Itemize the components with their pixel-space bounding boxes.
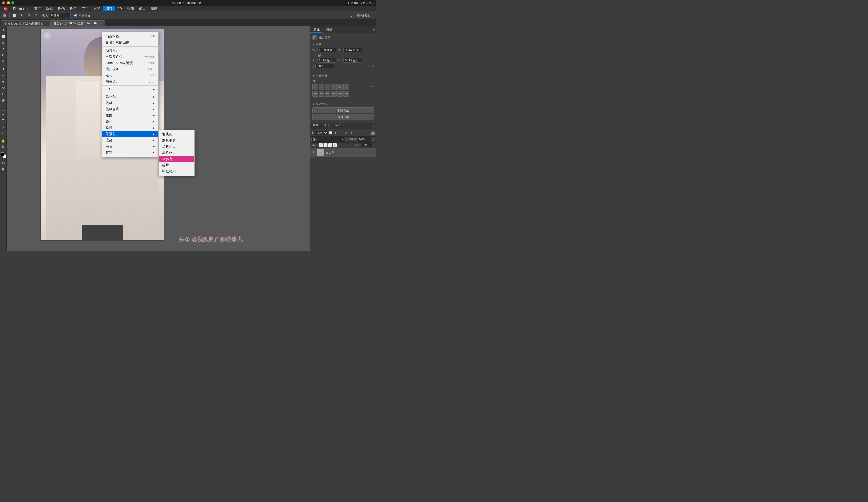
tool-history[interactable]: ⟲ — [1, 85, 6, 91]
tool-zoom[interactable]: 🔍 — [1, 144, 6, 150]
filter-item-adaptive[interactable]: 自适应广角... ⌥⇧⌘A — [102, 54, 158, 60]
tool-text[interactable]: T — [1, 118, 6, 123]
filter-item-library[interactable]: 滤镜库... — [102, 48, 158, 54]
filter-item-noise[interactable]: 杂色 — [102, 143, 158, 149]
pixelate-submenu[interactable]: 彩块化 彩色半调... 点状化... 晶格化... 马赛克... — [158, 130, 195, 176]
lock-pixel-btn[interactable]: ⬚ — [319, 143, 323, 147]
filter-item-video[interactable]: 视频 — [102, 125, 158, 131]
maximize-button[interactable] — [11, 1, 14, 4]
tool-clone[interactable]: ⊕ — [1, 79, 6, 84]
tool-artboard[interactable]: ⊞ — [1, 167, 6, 172]
menu-image[interactable]: 图像 — [55, 6, 68, 11]
y-input[interactable] — [343, 58, 362, 63]
angle-input[interactable] — [316, 64, 334, 69]
layer-item-0[interactable]: 👁 图层 0 — [310, 148, 376, 157]
tool-brush[interactable]: ✏ — [1, 73, 6, 78]
layers-filter-select[interactable]: 类型 — [315, 131, 328, 135]
fill-input[interactable] — [361, 143, 372, 147]
flip-h-icon[interactable]: ↔ — [369, 64, 371, 68]
menu-file[interactable]: 文件 — [32, 6, 44, 11]
home-button[interactable]: 🏠 — [1, 12, 8, 19]
flip-v-icon[interactable]: ↕ — [373, 64, 374, 68]
tab-paths[interactable]: 路径 — [332, 123, 343, 129]
tool-shape[interactable]: ◇ — [1, 130, 6, 136]
tab-channels[interactable]: 通道 — [321, 123, 332, 129]
dist-bottom[interactable]: ⟺ — [343, 91, 349, 96]
filter-menu[interactable]: 动感模糊 ⌘F 转换为智能滤镜 滤镜库... 自适应广角... ⌥⇧⌘A Cam… — [102, 32, 158, 157]
menu-help[interactable]: 帮助 — [148, 6, 160, 11]
tab-timg-close[interactable]: ✕ — [44, 22, 46, 25]
tool-heal[interactable]: ✚ — [1, 66, 6, 72]
tab-yuantu-close[interactable]: ✕ — [100, 22, 102, 25]
filter-adj-btn[interactable]: ◐ — [333, 131, 338, 135]
menu-layer[interactable]: 图层 — [68, 6, 79, 11]
align-bottom[interactable]: ⇣ — [343, 84, 349, 90]
filter-pixel-btn[interactable]: ⬜ — [328, 131, 333, 135]
tool-magic-wand[interactable]: ✦ — [1, 46, 6, 52]
filter-item-stylize[interactable]: 风格化 — [102, 94, 158, 100]
filter-smart-btn[interactable]: ✦ — [349, 131, 354, 135]
tab-timg[interactable]: timg-9.jpeg @ 66.7%(RGB/8#) ✕ — [1, 20, 50, 26]
tool-path-select[interactable]: ▷ — [1, 124, 6, 129]
filter-shape-btn[interactable]: ◇ — [344, 131, 349, 135]
filter-item-convert[interactable]: 转换为智能滤镜 — [102, 40, 158, 46]
pixelate-tongban[interactable]: 铜版雕刻... — [158, 168, 194, 175]
select-subject-btn-panel[interactable]: 选择主体 — [312, 114, 374, 120]
dist-left[interactable]: ⟺ — [312, 91, 318, 96]
select-subject-btn[interactable]: 选择并遮住... — [354, 12, 375, 19]
lasso-sub[interactable]: ⊖ — [25, 12, 32, 19]
apple-menu[interactable]: 🍎 — [1, 6, 11, 11]
anti-alias-checkbox[interactable] — [74, 14, 77, 17]
filter-item-blurgallery[interactable]: 模糊画廊 — [102, 106, 158, 112]
filter-toggle-icon[interactable]: ⬤ — [371, 131, 375, 135]
pixelate-jingge[interactable]: 晶格化... — [158, 150, 194, 156]
fg-color[interactable] — [1, 152, 4, 156]
layer-eye-icon[interactable]: 👁 — [312, 151, 316, 154]
dist-top[interactable]: ⟺ — [331, 91, 337, 96]
tool-eraser[interactable]: ◻ — [1, 91, 6, 97]
transform-header[interactable]: ▼ 变换 — [312, 42, 374, 46]
tool-mask[interactable]: ⬡ — [1, 160, 6, 166]
filter-item-sharpen[interactable]: 锐化 — [102, 118, 158, 125]
panel-expand[interactable]: ≫ — [372, 28, 375, 32]
filter-item-other[interactable]: 其它 — [102, 149, 158, 156]
tool-gradient[interactable]: ▦ — [1, 97, 6, 103]
tab-adjustments[interactable]: 调整 — [323, 26, 335, 33]
filter-item-dongganyh[interactable]: 动感模糊 ⌘F — [102, 33, 158, 40]
tab-layers[interactable]: 图层 — [310, 123, 321, 129]
align-center-v[interactable]: ⇕ — [337, 84, 343, 90]
filter-item-distort[interactable]: 扭曲 — [102, 112, 158, 118]
filter-item-pixelate[interactable]: 像素化 彩块化 彩色半调... 点状化... 晶格化... — [102, 131, 158, 137]
menu-filter[interactable]: 滤镜 — [103, 6, 115, 11]
fill-arrow[interactable]: ▼ — [373, 144, 375, 147]
pixelate-dianzhuan[interactable]: 点状化... — [158, 144, 194, 150]
filter-text-btn[interactable]: T — [339, 131, 343, 135]
filter-item-lenscorrect[interactable]: 镜头校正... ⇧⌘R — [102, 66, 158, 72]
align-right[interactable]: ⇥ — [325, 84, 330, 90]
menu-view[interactable]: 视图 — [125, 6, 136, 11]
opacity-arrow[interactable]: ▼ — [372, 138, 375, 141]
menu-edit[interactable]: 编辑 — [44, 6, 55, 11]
menu-text[interactable]: 文字 — [79, 6, 91, 11]
lock-move-btn[interactable]: ✥ — [328, 143, 332, 147]
link-icon[interactable]: 🔗 — [318, 53, 321, 57]
tool-eyedropper[interactable]: ✐ — [1, 59, 6, 64]
tool-dodge[interactable]: ○ — [1, 104, 6, 109]
lasso-options[interactable]: ⬜ — [11, 12, 17, 19]
tool-select-rect[interactable]: ⬜ — [1, 34, 6, 39]
dist-center-v[interactable]: ⟺ — [337, 91, 343, 96]
align-center-h[interactable]: ⇔ — [319, 84, 324, 90]
filter-item-render[interactable]: 渲染 — [102, 137, 158, 143]
tool-crop[interactable]: ⊡ — [1, 52, 6, 58]
tool-move[interactable]: ✥ — [1, 28, 6, 33]
lasso-add[interactable]: ⊕ — [18, 12, 24, 19]
filter-item-3d[interactable]: 3D — [102, 86, 158, 92]
menu-photoshop[interactable]: Photoshop — [11, 6, 32, 11]
feather-input[interactable] — [50, 13, 71, 18]
lock-draw-btn[interactable]: ✏ — [323, 143, 328, 147]
traffic-lights[interactable] — [2, 1, 14, 4]
filter-item-blur[interactable]: 模糊 — [102, 100, 158, 106]
align-left[interactable]: ⇤ — [312, 84, 318, 90]
blend-mode-select[interactable]: 正常 — [311, 137, 345, 142]
opacity-input[interactable] — [358, 137, 371, 142]
